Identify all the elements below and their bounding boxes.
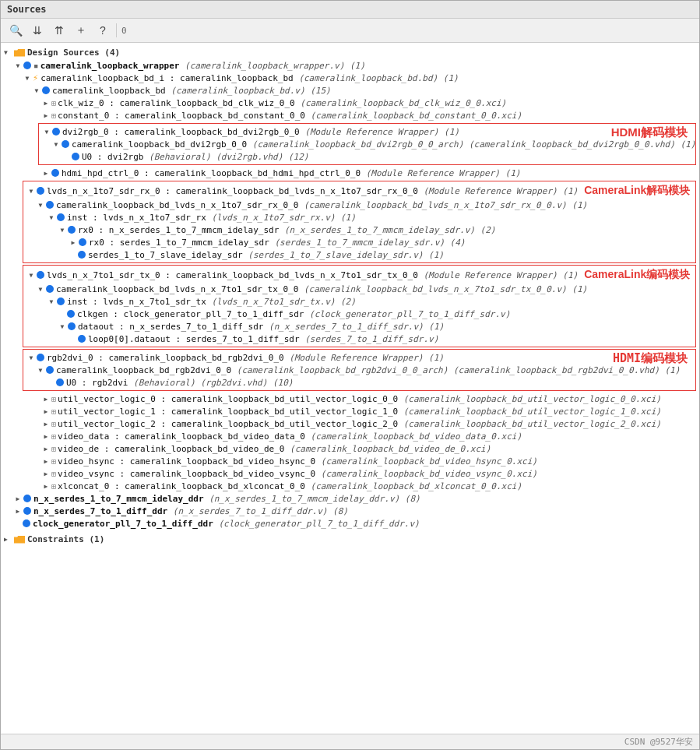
util-vector-1-row[interactable]: ▶ ⊞ util_vector_logic_1 : cameralink_loo… <box>1 405 699 417</box>
expander-icon[interactable]: ▶ <box>13 506 23 516</box>
video-vsync-text: video_vsync : cameralink_loopback_bd_vid… <box>58 469 537 479</box>
video-vsync-row[interactable]: ▶ ⊞ video_vsync : cameralink_loopback_bd… <box>1 467 699 480</box>
hierarchy-icon: ⚡ <box>33 72 38 83</box>
expander-icon[interactable]: ▶ <box>41 407 51 416</box>
expander-icon[interactable]: ▼ <box>26 186 36 195</box>
expander-icon[interactable]: ▶ <box>41 431 51 441</box>
rgb2dvi-box: ▼ rgb2dvi_0 : cameralink_loopback_bd_rgb… <box>23 349 696 391</box>
expander-icon[interactable]: ▶ <box>41 469 51 478</box>
blue-dot-icon <box>37 187 44 195</box>
util-vector-0-row[interactable]: ▶ ⊞ util_vector_logic_0 : cameralink_loo… <box>1 393 699 405</box>
xci-icon: ⊞ <box>51 407 56 416</box>
expander-icon[interactable]: ▶ <box>41 444 51 453</box>
loop0-row[interactable]: loop0[0].dataout : serdes_7_to_1_diff_sd… <box>23 333 695 345</box>
toolbar-divider <box>116 23 117 37</box>
tree-container: ▼ Design Sources (4) ▼ ▪ cameralink_loop… <box>1 43 699 734</box>
u0-dvi2rgb-row[interactable]: U0 : dvi2rgb (Behavioral) (dvi2rgb.vhd) … <box>39 150 695 163</box>
expander-icon[interactable]: ▼ <box>23 73 32 83</box>
blue-dot-icon <box>57 298 65 305</box>
blue-dot-icon <box>51 169 59 177</box>
loopback-bd-row[interactable]: ▼ cameralink_loopback_bd (cameralink_loo… <box>1 84 699 97</box>
inst-lvds-tx-text: inst : lvds_n_x_7to1_sdr_tx (lvds_n_x_7t… <box>67 297 356 307</box>
search-button[interactable]: 🔍 <box>7 22 24 39</box>
expander-icon[interactable]: ▼ <box>26 353 36 362</box>
expander-icon[interactable]: ▶ <box>41 419 51 428</box>
expander-icon[interactable]: ▼ <box>26 270 36 280</box>
clock-gen-ddr-row[interactable]: clock_generator_pll_7_to_1_diff_ddr (clo… <box>1 517 699 530</box>
add-button[interactable]: ＋ <box>72 22 90 39</box>
block-icon: ▪ <box>33 61 39 71</box>
expander-icon[interactable]: ▶ <box>41 168 51 178</box>
expander-icon[interactable]: ▶ <box>69 238 78 247</box>
inst-lvds-rx-row[interactable]: ▼ inst : lvds_n_x_1to7_sdr_rx (lvds_n_x_… <box>23 211 695 224</box>
expander-icon[interactable]: ▶ <box>41 394 51 403</box>
dataout-row[interactable]: ▼ dataout : n_x_serdes_7_to_1_diff_sdr (… <box>23 320 695 333</box>
dvi2rgb-child-text: cameralink_loopback_bd_dvi2rgb_0_0 (came… <box>72 139 695 150</box>
blue-dot-icon <box>42 86 50 94</box>
hdmi-encode-annotation: HDMI编码模块 <box>613 351 688 366</box>
clock-gen-ddr-text: clock_generator_pll_7_to_1_diff_ddr (clo… <box>33 519 420 529</box>
clkgen-row[interactable]: clkgen : clock_generator_pll_7_to_1_diff… <box>23 308 695 320</box>
dvi2rgb-child-row[interactable]: ▼ cameralink_loopback_bd_dvi2rgb_0_0 (ca… <box>39 138 695 150</box>
lvds-rx-header-row[interactable]: ▼ lvds_n_x_1to7_sdr_rx_0 : cameralink_lo… <box>23 183 695 199</box>
blue-dot-icon <box>37 271 44 279</box>
inst-lvds-tx-row[interactable]: ▼ inst : lvds_n_x_7to1_sdr_tx (lvds_n_x_… <box>23 295 695 308</box>
expander-icon[interactable]: ▼ <box>36 365 45 375</box>
serdes-ddr-row[interactable]: ▶ n_x_serdes_1_to_7_mmcm_idelay_ddr (n_x… <box>1 492 699 505</box>
expander-icon[interactable]: ▼ <box>32 86 41 95</box>
expander-icon[interactable]: ▶ <box>41 481 51 491</box>
video-de-row[interactable]: ▶ ⊞ video_de : cameralink_loopback_bd_vi… <box>1 442 699 455</box>
video-hsync-row[interactable]: ▶ ⊞ video_hsync : cameralink_loopback_bd… <box>1 455 699 467</box>
inst-lvds-rx-text: inst : lvds_n_x_1to7_sdr_rx (lvds_n_x_1t… <box>67 213 356 223</box>
util-vector-2-row[interactable]: ▶ ⊞ util_vector_logic_2 : cameralink_loo… <box>1 417 699 430</box>
rgb2dvi-child-row[interactable]: ▼ cameralink_loopback_bd_rgb2dvi_0_0 (ca… <box>23 364 695 376</box>
expander-icon[interactable]: ▼ <box>36 200 45 210</box>
serdes-ddr-text: n_x_serdes_1_to_7_mmcm_idelay_ddr (n_x_s… <box>33 494 420 504</box>
constant-row[interactable]: ▶ ⊞ constant_0 : cameralink_loopback_bd_… <box>1 109 699 121</box>
expander-icon[interactable]: ▶ <box>41 111 51 120</box>
rx0-row[interactable]: ▼ rx0 : n_x_serdes_1_to_7_mmcm_idelay_sd… <box>23 224 695 236</box>
util-vector-0-text: util_vector_logic_0 : cameralink_loopbac… <box>58 394 661 404</box>
section-arrow: ▼ <box>4 49 12 57</box>
hdmi-hpd-row[interactable]: ▶ hdmi_hpd_ctrl_0 : cameralink_loopback_… <box>1 167 699 179</box>
expander-icon[interactable]: ▼ <box>47 213 56 222</box>
rx0-serdes-row[interactable]: ▶ rx0 : serdes_1_to_7_mmcm_idelay_sdr (s… <box>23 236 695 248</box>
xlconcat-row[interactable]: ▶ ⊞ xlconcat_0 : cameralink_loopback_bd_… <box>1 480 699 492</box>
expander-icon[interactable]: ▶ <box>41 98 51 107</box>
blue-dot-icon <box>23 519 30 527</box>
clk-wiz-row[interactable]: ▶ ⊞ clk_wiz_0 : cameralink_loopback_bd_c… <box>1 97 699 109</box>
loopback-wrapper-row[interactable]: ▼ ▪ cameralink_loopback_wrapper (cameral… <box>1 59 699 72</box>
constraints-section[interactable]: ▶ Constraints (1) <box>1 533 699 546</box>
expander-icon[interactable]: ▼ <box>58 225 67 234</box>
expander-icon[interactable]: ▼ <box>42 127 51 136</box>
dvi2rgb-header-row[interactable]: ▼ dvi2rgb_0 : cameralink_loopback_bd_dvi… <box>39 125 695 138</box>
xci-icon: ⊞ <box>51 420 56 428</box>
expander-icon[interactable]: ▼ <box>13 61 23 70</box>
design-sources-section[interactable]: ▼ Design Sources (4) <box>1 46 699 59</box>
rgb2dvi-header-text: rgb2dvi_0 : cameralink_loopback_bd_rgb2d… <box>47 353 444 363</box>
help-button[interactable]: ? <box>94 22 111 39</box>
video-data-row[interactable]: ▶ ⊞ video_data : cameralink_loopback_bd_… <box>1 430 699 442</box>
expander-icon[interactable]: ▼ <box>47 297 56 306</box>
rgb2dvi-header-row[interactable]: ▼ rgb2dvi_0 : cameralink_loopback_bd_rgb… <box>23 351 695 364</box>
blue-dot-icon <box>37 354 44 361</box>
serdes-slave-row[interactable]: serdes_1_to_7_slave_idelay_sdr (serdes_1… <box>23 248 695 261</box>
collapse-all-button[interactable]: ⇊ <box>29 22 46 39</box>
expander-icon[interactable]: ▶ <box>41 456 51 466</box>
expander-icon[interactable]: ▼ <box>51 139 61 149</box>
lvds-rx-child-row[interactable]: ▼ cameralink_loopback_bd_lvds_n_x_1to7_s… <box>23 199 695 211</box>
loopback-bd-i-row[interactable]: ▼ ⚡ cameralink_loopback_bd_i : cameralin… <box>1 72 699 84</box>
folder-icon <box>14 49 25 57</box>
expander-icon[interactable]: ▶ <box>13 494 23 503</box>
lvds-tx-child-row[interactable]: ▼ cameralink_loopback_bd_lvds_n_x_7to1_s… <box>23 283 695 295</box>
u0-rgb2dvi-row[interactable]: U0 : rgb2dvi (Behavioral) (rgb2dvi.vhd) … <box>23 376 695 389</box>
expand-all-button[interactable]: ⇈ <box>51 22 68 39</box>
util-vector-1-text: util_vector_logic_1 : cameralink_loopbac… <box>58 407 661 417</box>
blue-dot-icon <box>78 335 86 343</box>
lvds-rx-box: ▼ lvds_n_x_1to7_sdr_rx_0 : cameralink_lo… <box>23 181 696 263</box>
blue-dot-icon <box>68 322 76 330</box>
serdes-diff-row[interactable]: ▶ n_x_serdes_7_to_1_diff_ddr (n_x_serdes… <box>1 505 699 517</box>
expander-icon[interactable]: ▼ <box>58 322 67 331</box>
lvds-tx-header-row[interactable]: ▼ lvds_n_x_7to1_sdr_tx_0 : cameralink_lo… <box>23 267 695 283</box>
expander-icon[interactable]: ▼ <box>36 284 45 294</box>
